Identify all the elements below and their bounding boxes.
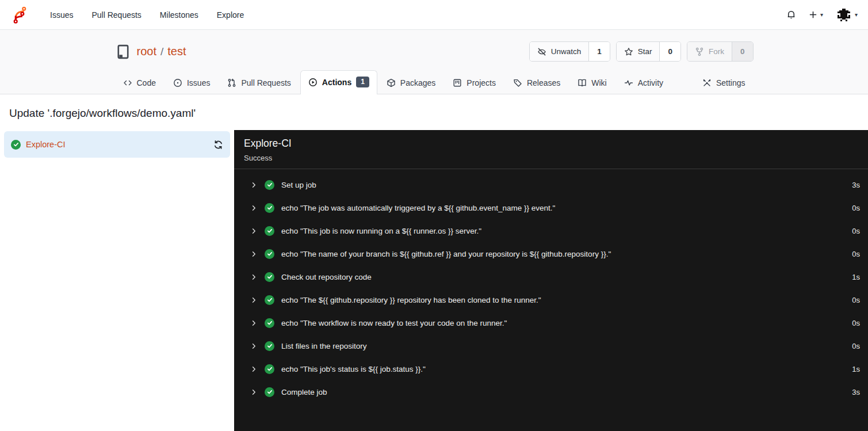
- sidebar-job-explore-ci[interactable]: Explore-CI: [4, 131, 230, 158]
- step-label: echo "The name of your branch is ${{ git…: [281, 250, 611, 258]
- plus-icon: [809, 10, 817, 19]
- step-duration: 0s: [852, 296, 860, 304]
- step-duration: 0s: [852, 319, 860, 327]
- tab-label: Wiki: [591, 78, 606, 87]
- step-label: Complete job: [281, 388, 327, 396]
- tools-icon: [702, 78, 712, 87]
- jobs-sidebar: Explore-CI: [0, 130, 234, 431]
- tab-count-badge: 1: [356, 77, 369, 87]
- unwatch-button[interactable]: Unwatch 1: [529, 41, 610, 62]
- chevron-right-icon[interactable]: [250, 273, 258, 281]
- step-duration: 3s: [852, 388, 860, 396]
- fork-icon: [695, 47, 704, 56]
- job-name-label: Explore-CI: [26, 140, 66, 149]
- tab-label: Code: [137, 78, 156, 87]
- chevron-right-icon[interactable]: [250, 250, 258, 258]
- step-success-check-icon: [265, 272, 274, 282]
- step-row-10[interactable]: Complete job 3s: [234, 380, 868, 403]
- chevron-right-icon[interactable]: [250, 296, 258, 304]
- repository-icon: [115, 44, 131, 60]
- create-new-dropdown[interactable]: ▾: [809, 10, 823, 19]
- step-label: List files in the repository: [281, 342, 367, 350]
- unwatch-count[interactable]: 1: [588, 42, 610, 61]
- step-row-2[interactable]: echo "The job was automatically triggere…: [234, 196, 868, 219]
- actions-run-page: Update '.forgejo/workflows/demo.yaml' Ex…: [0, 94, 868, 431]
- step-row-7[interactable]: echo "The workflow is now ready to test …: [234, 311, 868, 334]
- tab-label: Settings: [716, 78, 745, 87]
- step-row-3[interactable]: echo "This job is now running on a ${{ r…: [234, 219, 868, 242]
- project-board-icon: [453, 78, 462, 87]
- unwatch-label: Unwatch: [551, 47, 582, 56]
- step-label: echo "The workflow is now ready to test …: [281, 319, 507, 327]
- chevron-right-icon[interactable]: [250, 365, 258, 373]
- step-success-check-icon: [265, 341, 274, 351]
- tab-wiki[interactable]: Wiki: [569, 72, 614, 94]
- run-header: Explore-CI Success: [234, 130, 868, 169]
- user-avatar: [836, 7, 852, 23]
- step-success-check-icon: [265, 203, 274, 213]
- tab-code[interactable]: Code: [115, 72, 164, 94]
- step-duration: 1s: [852, 365, 860, 373]
- tab-pull-requests[interactable]: Pull Requests: [219, 72, 299, 94]
- navbar-link-explore[interactable]: Explore: [210, 6, 251, 24]
- tab-issues[interactable]: Issues: [165, 72, 218, 94]
- tab-label: Issues: [187, 78, 210, 87]
- chevron-right-icon[interactable]: [250, 204, 258, 212]
- run-status-badge: Success: [244, 154, 858, 162]
- chevron-right-icon[interactable]: [250, 227, 258, 235]
- chevron-right-icon[interactable]: [250, 342, 258, 350]
- repo-owner-link[interactable]: root: [137, 45, 156, 58]
- step-row-1[interactable]: Set up job 3s: [234, 173, 868, 196]
- package-icon: [387, 78, 396, 87]
- forgejo-logo-icon[interactable]: [10, 6, 28, 24]
- navbar-link-pull-requests[interactable]: Pull Requests: [85, 6, 148, 24]
- user-menu-dropdown[interactable]: ▾: [836, 7, 858, 23]
- fork-button[interactable]: Fork 0: [687, 41, 754, 62]
- tab-projects[interactable]: Projects: [445, 72, 504, 94]
- tab-label: Projects: [466, 78, 496, 87]
- step-row-9[interactable]: echo "This job's status is ${{ job.statu…: [234, 357, 868, 380]
- chevron-right-icon[interactable]: [250, 388, 258, 396]
- tab-packages[interactable]: Packages: [378, 72, 443, 94]
- repo-name-link[interactable]: test: [167, 45, 186, 58]
- step-row-4[interactable]: echo "The name of your branch is ${{ git…: [234, 242, 868, 265]
- eye-slash-icon: [537, 47, 546, 56]
- repo-header: root / test Unwatch 1 Star 0 Fork 0 Code…: [0, 30, 868, 94]
- step-label: echo "The job was automatically triggere…: [281, 204, 555, 212]
- star-icon: [624, 47, 633, 56]
- star-count[interactable]: 0: [659, 42, 680, 61]
- step-label: echo "The ${{ github.repository }} repos…: [281, 296, 541, 304]
- chevron-right-icon[interactable]: [250, 181, 258, 189]
- repo-tabs: Code Issues Pull Requests Actions 1 Pack…: [115, 70, 754, 94]
- run-log-panel: Explore-CI Success Set up job 3s echo "T…: [234, 130, 868, 431]
- code-icon: [123, 78, 132, 87]
- tag-icon: [513, 78, 522, 87]
- rerun-refresh-icon[interactable]: [213, 140, 223, 150]
- star-button[interactable]: Star 0: [616, 41, 681, 62]
- step-row-8[interactable]: List files in the repository 0s: [234, 334, 868, 357]
- step-row-5[interactable]: Check out repository code 1s: [234, 265, 868, 288]
- step-success-check-icon: [265, 180, 274, 190]
- top-navbar: IssuesPull RequestsMilestonesExplore ▾: [0, 0, 868, 30]
- tab-activity[interactable]: Activity: [616, 72, 671, 94]
- tab-releases[interactable]: Releases: [505, 72, 568, 94]
- navbar-link-issues[interactable]: Issues: [43, 6, 80, 24]
- step-duration: 1s: [852, 273, 860, 281]
- step-row-6[interactable]: echo "The ${{ github.repository }} repos…: [234, 288, 868, 311]
- tab-label: Releases: [527, 78, 560, 87]
- notifications-button[interactable]: [786, 10, 796, 20]
- navbar-link-milestones[interactable]: Milestones: [153, 6, 205, 24]
- step-label: Check out repository code: [281, 273, 372, 281]
- step-duration: 0s: [852, 227, 860, 235]
- step-duration: 3s: [852, 181, 860, 189]
- step-label: Set up job: [281, 181, 316, 189]
- tab-label: Actions: [322, 78, 351, 87]
- repo-separator: /: [160, 45, 163, 58]
- success-check-icon: [11, 140, 21, 150]
- tab-settings[interactable]: Settings: [694, 72, 754, 94]
- step-success-check-icon: [265, 295, 274, 305]
- step-label: echo "This job's status is ${{ job.statu…: [281, 365, 426, 373]
- fork-count[interactable]: 0: [732, 42, 753, 61]
- tab-actions[interactable]: Actions 1: [300, 70, 377, 94]
- chevron-right-icon[interactable]: [250, 319, 258, 327]
